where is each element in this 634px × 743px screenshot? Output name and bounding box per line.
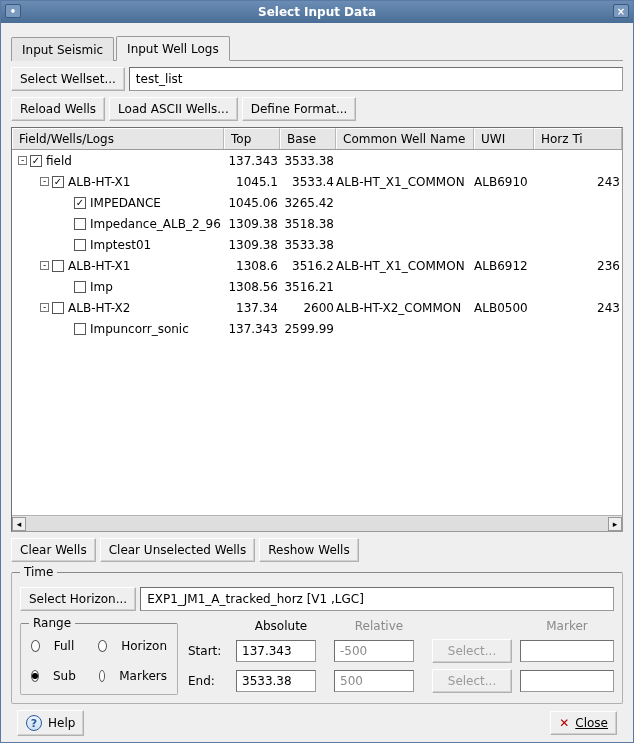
clear-unselected-wells-button[interactable]: Clear Unselected Wells [100,538,256,562]
load-ascii-wells-button[interactable]: Load ASCII Wells... [109,97,238,121]
table-row[interactable]: -ALB-HT-X2137.342600ALB-HT-X2_COMMONALB0… [12,297,622,318]
table-row[interactable]: Impedance_ALB_2_961309.383518.38 [12,213,622,234]
clear-wells-button[interactable]: Clear Wells [11,538,96,562]
row-checkbox[interactable] [52,302,64,314]
column-header[interactable]: Common Well Name [336,128,474,149]
cell-common: ALB-HT_X1_COMMON [336,175,474,189]
radio-full[interactable] [31,640,40,652]
cell-top: 1309.38 [224,217,280,231]
row-label: ALB-HT-X2 [68,301,130,315]
select-horizon-button[interactable]: Select Horizon... [20,587,136,611]
start-label: Start: [188,644,228,658]
cell-base: 3533.4 [280,175,336,189]
help-icon: ? [26,715,42,731]
radio-horizon[interactable] [98,640,107,652]
row-checkbox[interactable]: ✓ [30,155,42,167]
row-checkbox[interactable]: ✓ [52,176,64,188]
select-wellset-button[interactable]: Select Wellset... [11,67,125,91]
tabstrip: Input Seismic Input Well Logs [11,33,623,61]
row-checkbox[interactable] [74,239,86,251]
cell-top: 1045.06 [224,196,280,210]
cell-base: 2599.99 [280,322,336,336]
row-checkbox[interactable] [74,323,86,335]
tree-toggle[interactable]: - [40,261,49,270]
row-checkbox[interactable] [52,260,64,272]
table-row[interactable]: -✓field137.3433533.38 [12,150,622,171]
cell-base: 3533.38 [280,238,336,252]
table-row[interactable]: -✓ALB-HT-X11045.13533.4ALB-HT_X1_COMMONA… [12,171,622,192]
row-label: Imptest01 [90,238,151,252]
titlebar: • Select Input Data × [1,1,633,23]
end-relative-input [334,670,414,692]
column-header[interactable]: Field/Wells/Logs [12,128,224,149]
row-checkbox[interactable] [74,281,86,293]
cell-top: 1308.56 [224,280,280,294]
start-marker-input [520,640,614,662]
close-icon: ✕ [559,716,569,730]
end-marker-select-button: Select... [432,669,512,693]
tree-toggle[interactable]: - [40,303,49,312]
row-checkbox[interactable] [74,218,86,230]
horizon-input[interactable] [140,587,614,611]
end-marker-input [520,670,614,692]
column-header[interactable]: Horz Ti [534,128,622,149]
close-button[interactable]: ✕Close [550,711,617,735]
table-row[interactable]: Imp1308.563516.21 [12,276,622,297]
end-absolute-input[interactable] [236,670,316,692]
cell-uwi: ALB6912 [474,259,534,273]
cell-top: 1309.38 [224,238,280,252]
tab-input-seismic[interactable]: Input Seismic [11,37,114,61]
row-label: IMPEDANCE [90,196,161,210]
relative-header: Relative [334,619,424,633]
table-row[interactable]: Imptest011309.383533.38 [12,234,622,255]
cell-common: ALB-HT_X1_COMMON [336,259,474,273]
cell-uwi: ALB6910 [474,175,534,189]
start-marker-select-button: Select... [432,639,512,663]
close-window-button[interactable]: × [613,4,629,18]
cell-top: 137.343 [224,322,280,336]
row-checkbox[interactable]: ✓ [74,197,86,209]
column-header[interactable]: Top [224,128,280,149]
cell-common: ALB-HT-X2_COMMON [336,301,474,315]
scroll-right-icon[interactable]: ▸ [608,517,622,531]
cell-base: 3518.38 [280,217,336,231]
radio-sub[interactable] [31,670,39,682]
tab-input-well-logs[interactable]: Input Well Logs [116,36,230,61]
horizontal-scrollbar[interactable]: ◂ ▸ [12,515,622,531]
cell-top: 1308.6 [224,259,280,273]
radio-markers[interactable] [99,670,105,682]
cell-base: 3516.21 [280,280,336,294]
scroll-left-icon[interactable]: ◂ [12,517,26,531]
start-absolute-input[interactable] [236,640,316,662]
table-row[interactable]: -ALB-HT-X11308.63516.2ALB-HT_X1_COMMONAL… [12,255,622,276]
reload-wells-button[interactable]: Reload Wells [11,97,105,121]
table-row[interactable]: Impuncorr_sonic137.3432599.99 [12,318,622,339]
cell-top: 137.343 [224,154,280,168]
define-format-button[interactable]: Define Format... [242,97,357,121]
cell-horz: 243 [534,175,622,189]
cell-top: 137.34 [224,301,280,315]
cell-horz: 236 [534,259,622,273]
time-group: Time Select Horizon... Range Full Horizo… [11,572,623,704]
row-label: ALB-HT-X1 [68,175,130,189]
cell-base: 3516.2 [280,259,336,273]
window-menu-button[interactable]: • [5,4,21,18]
cell-uwi: ALB0500 [474,301,534,315]
wellset-input[interactable] [129,67,623,91]
row-label: ALB-HT-X1 [68,259,130,273]
cell-base: 3533.38 [280,154,336,168]
row-label: Impuncorr_sonic [90,322,189,336]
row-label: field [46,154,72,168]
table-row[interactable]: ✓IMPEDANCE1045.063265.42 [12,192,622,213]
help-button[interactable]: ?Help [17,710,84,736]
column-header[interactable]: Base [280,128,336,149]
tree-toggle[interactable]: - [40,177,49,186]
tree-toggle[interactable]: - [18,156,27,165]
cell-base: 3265.42 [280,196,336,210]
column-header[interactable]: UWI [474,128,534,149]
row-label: Impedance_ALB_2_96 [90,217,221,231]
reshow-wells-button[interactable]: Reshow Wells [259,538,358,562]
range-group: Range Full Horizon Sub Markers [20,623,178,695]
cell-horz: 243 [534,301,622,315]
cell-top: 1045.1 [224,175,280,189]
